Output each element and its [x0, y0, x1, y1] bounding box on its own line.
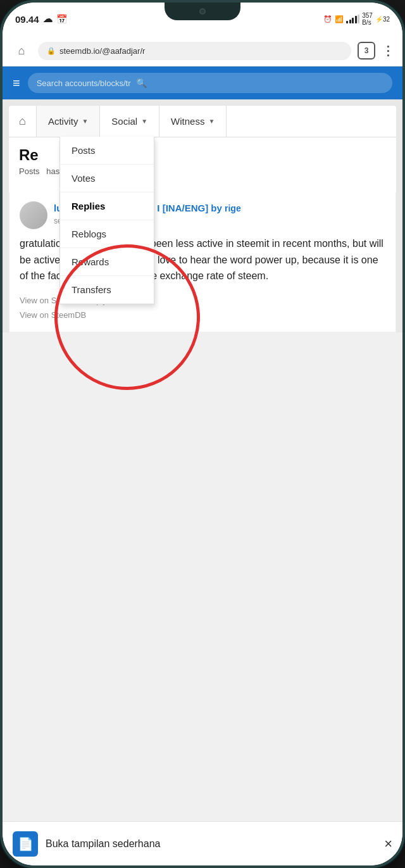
steemdb-link[interactable]: View on SteemDB [20, 308, 385, 322]
dropdown-replies[interactable]: Replies [60, 192, 154, 220]
dropdown-posts[interactable]: Posts [60, 137, 154, 165]
search-placeholder-text: Search accounts/blocks/tr [37, 79, 131, 88]
avatar [20, 201, 47, 229]
wifi-icon: 📶 [335, 15, 344, 23]
activity-tab-label: Activity [48, 116, 78, 127]
status-left: 09.44 ☁ 📅 [15, 13, 67, 25]
browser-bar: ⌂ 🔒 steemdb.io/@aafadjar/r 3 ⋮ [3, 35, 402, 66]
calendar-icon: 📅 [56, 14, 67, 24]
camera-dot [199, 8, 206, 15]
bottom-bar-text[interactable]: Buka tampilan sederhana [46, 838, 377, 850]
url-bar[interactable]: 🔒 steemdb.io/@aafadjar/r [38, 42, 351, 60]
status-right: ⏰ 📶 357B/s ⚡32 [323, 12, 390, 26]
status-bar: 09.44 ☁ 📅 ⏰ 📶 357B/s ⚡32 [3, 3, 402, 35]
social-tab-label: Social [111, 116, 137, 127]
dropdown-votes[interactable]: Votes [60, 165, 154, 192]
search-bar[interactable]: Search accounts/blocks/tr 🔍 [28, 73, 392, 93]
social-tab[interactable]: Social ▼ [100, 106, 159, 137]
signal-bars [346, 15, 359, 23]
dropdown-reblogs[interactable]: Reblogs [60, 220, 154, 248]
phone-inner: 09.44 ☁ 📅 ⏰ 📶 357B/s ⚡32 [3, 3, 402, 865]
social-dropdown-arrow: ▼ [141, 118, 147, 125]
time-display: 09.44 [15, 14, 39, 25]
nav-home-button[interactable]: ⌂ [9, 106, 37, 137]
reader-mode-icon: 📄 [13, 831, 38, 857]
search-icon: 🔍 [136, 78, 147, 88]
lock-icon: 🔒 [47, 47, 56, 55]
url-text: steemdb.io/@aafadjar/r [59, 46, 145, 56]
menu-dots-button[interactable]: ⋮ [382, 43, 394, 58]
tab-count-button[interactable]: 3 [358, 42, 375, 60]
activity-dropdown-menu: Posts Votes Replies Reblogs Rewards Tran… [59, 137, 154, 305]
notch [165, 3, 240, 20]
dropdown-transfers[interactable]: Transfers [60, 276, 154, 304]
cloud-icon: ☁ [43, 13, 53, 25]
browser-home-button[interactable]: ⌂ [11, 41, 32, 61]
phone-frame: 09.44 ☁ 📅 ⏰ 📶 357B/s ⚡32 [0, 0, 405, 868]
dropdown-rewards[interactable]: Rewards [60, 248, 154, 276]
bottom-bar: 📄 Buka tampilan sederhana × [3, 821, 402, 865]
close-button[interactable]: × [384, 836, 392, 852]
witness-dropdown-arrow: ▼ [208, 118, 215, 125]
hamburger-menu-button[interactable]: ≡ [13, 77, 20, 89]
witness-tab-label: Witness [171, 116, 204, 127]
activity-tab[interactable]: Activity ▼ [37, 106, 100, 137]
nav-home-icon: ⌂ [19, 115, 26, 128]
speed-text: 357B/s [362, 12, 373, 26]
witness-tab[interactable]: Witness ▼ [159, 106, 227, 137]
activity-dropdown-arrow: ▼ [82, 118, 88, 125]
top-nav: ⌂ Activity ▼ Social ▼ Witness ▼ Posts [9, 106, 396, 137]
content-area: ⌂ Activity ▼ Social ▼ Witness ▼ Posts [3, 99, 402, 332]
nav-bar: ≡ Search accounts/blocks/tr 🔍 [3, 66, 402, 99]
battery-icon: ⚡32 [375, 16, 390, 23]
post-author[interactable]: rige [225, 203, 241, 213]
alarm-icon: ⏰ [323, 15, 332, 23]
home-icon: ⌂ [18, 44, 25, 58]
